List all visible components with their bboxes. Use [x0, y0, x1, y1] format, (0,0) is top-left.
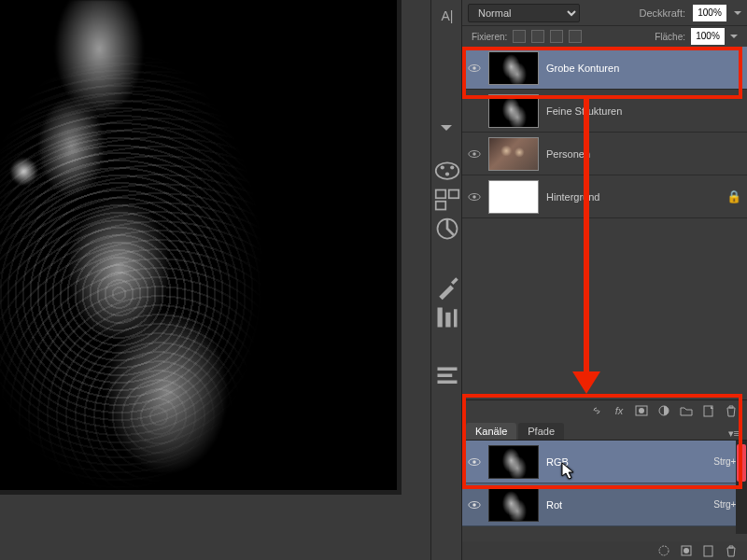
svg-rect-10 [454, 309, 458, 327]
trash-icon[interactable] [725, 404, 738, 417]
svg-point-17 [472, 152, 476, 156]
channels-panel: Kanäle Pfade ▾≡ RGB Strg+2 Rot Strg+3 [462, 420, 747, 560]
right-dock: A| Normal Deckkraft: 100% [430, 0, 747, 560]
lock-icon: 🔒 [726, 189, 741, 203]
layers-list: Grobe Konturen Feine Strukturen Personen… [462, 47, 747, 218]
svg-rect-9 [445, 313, 450, 328]
svg-rect-12 [438, 374, 453, 378]
svg-point-1 [441, 165, 444, 169]
svg-point-25 [472, 460, 476, 464]
layer-name[interactable]: Feine Strukturen [546, 105, 741, 117]
opacity-value[interactable]: 100% [693, 5, 726, 21]
svg-rect-31 [704, 546, 712, 556]
opacity-label: Deckkraft: [639, 7, 685, 19]
lock-position-icon[interactable] [550, 30, 563, 43]
layer-row[interactable]: Hintergrund 🔒 [462, 175, 747, 218]
visibility-toggle[interactable] [468, 455, 481, 469]
fx-icon[interactable]: fx [613, 404, 626, 417]
layer-name[interactable]: Grobe Konturen [546, 63, 741, 74]
swatches-icon[interactable] [434, 158, 460, 184]
save-selection-icon[interactable] [680, 544, 693, 557]
visibility-toggle[interactable] [468, 62, 481, 75]
scrollbar-thumb[interactable] [737, 444, 746, 482]
brush-presets-icon[interactable] [434, 275, 460, 301]
paragraph-icon[interactable] [434, 364, 460, 390]
svg-point-27 [472, 503, 476, 507]
layer-thumbnail[interactable] [488, 137, 539, 171]
tab-channels[interactable]: Kanäle [466, 423, 516, 440]
play-icon[interactable] [441, 125, 452, 131]
channel-name: Rot [546, 499, 706, 511]
visibility-toggle[interactable] [468, 498, 481, 511]
channel-row[interactable]: RGB Strg+2 [462, 441, 747, 483]
document-canvas[interactable] [0, 0, 397, 490]
styles-icon[interactable] [434, 187, 460, 213]
new-layer-icon[interactable] [702, 404, 715, 417]
layer-thumbnail[interactable] [488, 94, 539, 128]
layer-row[interactable]: Grobe Konturen [462, 47, 747, 90]
layer-thumbnail[interactable] [488, 51, 539, 85]
lock-transparency-icon[interactable] [513, 30, 526, 43]
channel-name: RGB [546, 456, 706, 468]
layer-blend-row: Normal Deckkraft: 100% [462, 0, 747, 26]
channels-panel-footer [462, 541, 747, 560]
lock-row: Fixieren: Fläche: 100% [462, 26, 747, 47]
svg-point-19 [472, 195, 476, 199]
svg-point-21 [639, 408, 644, 413]
layer-name[interactable]: Hintergrund [546, 191, 719, 203]
channel-thumbnail[interactable] [488, 488, 539, 522]
layer-row[interactable]: Feine Strukturen [462, 90, 747, 133]
svg-point-30 [684, 548, 689, 553]
svg-rect-11 [438, 368, 458, 371]
link-layers-icon[interactable] [590, 404, 603, 417]
collapsed-panel-strip: A| [430, 0, 462, 560]
visibility-toggle[interactable] [468, 105, 481, 118]
opacity-dropdown-icon[interactable] [734, 11, 741, 15]
svg-point-2 [450, 165, 454, 169]
fill-value[interactable]: 100% [691, 28, 725, 45]
lock-label: Fixieren: [472, 32, 507, 42]
brush-settings-icon[interactable] [434, 304, 460, 330]
mask-icon[interactable] [635, 404, 648, 417]
channels-tabs: Kanäle Pfade ▾≡ [462, 420, 747, 441]
lock-all-icon[interactable] [569, 30, 582, 43]
svg-rect-5 [449, 190, 459, 199]
layer-thumbnail[interactable] [488, 180, 539, 214]
svg-rect-13 [438, 381, 458, 385]
blend-mode-select[interactable]: Normal [468, 4, 580, 22]
character-panel-icon[interactable]: A| [434, 3, 460, 29]
layer-row[interactable]: Personen [462, 133, 747, 175]
new-channel-icon[interactable] [702, 544, 715, 557]
document-canvas-area [0, 0, 402, 495]
scrollbar[interactable] [736, 441, 747, 534]
tab-paths[interactable]: Pfade [518, 423, 564, 440]
svg-rect-8 [438, 308, 443, 328]
group-icon[interactable] [680, 404, 693, 417]
svg-rect-4 [436, 190, 446, 199]
lock-pixels-icon[interactable] [531, 30, 544, 43]
svg-point-0 [436, 162, 459, 179]
visibility-toggle[interactable] [468, 190, 481, 203]
visibility-toggle[interactable] [468, 147, 481, 161]
layer-name[interactable]: Personen [546, 148, 741, 160]
layers-panel-footer: fx [462, 399, 747, 420]
fill-dropdown-icon[interactable] [730, 35, 738, 38]
fill-label: Fläche: [655, 32, 685, 42]
adjustment-layer-icon[interactable] [657, 404, 670, 417]
load-selection-icon[interactable] [657, 544, 670, 557]
channel-thumbnail[interactable] [488, 445, 539, 479]
svg-point-15 [472, 66, 476, 70]
svg-point-3 [445, 172, 449, 175]
svg-point-28 [659, 546, 669, 555]
channel-row[interactable]: Rot Strg+3 [462, 483, 747, 526]
panel-menu-icon[interactable]: ▾≡ [725, 427, 743, 440]
adjustments-icon[interactable] [434, 216, 460, 242]
sketch-artwork [0, 0, 397, 490]
trash-icon[interactable] [725, 544, 738, 557]
svg-rect-6 [436, 202, 446, 210]
